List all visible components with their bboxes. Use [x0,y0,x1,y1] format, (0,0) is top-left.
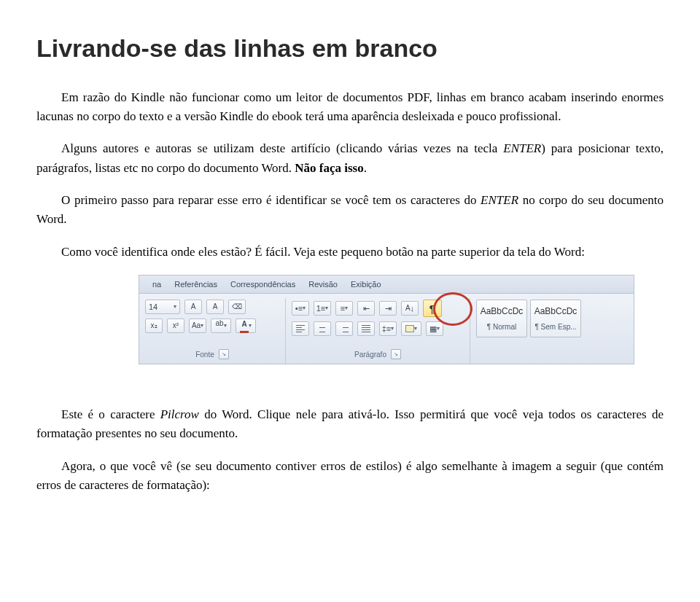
paragraph-dialog-launcher[interactable]: ↘ [391,349,401,359]
font-color-button[interactable]: A ▾ [236,318,256,333]
align-center-button[interactable] [314,321,331,336]
paragraph-2: Alguns autores e autoras se utilizam des… [36,139,664,178]
clear-formatting-button[interactable]: ⌫ [228,300,246,314]
group-label-paragraph: Parágrafo [354,349,386,361]
ribbon-tabs: na Referências Correspondências Revisão … [139,275,634,294]
align-right-button[interactable] [335,321,353,336]
highlight-color-button[interactable]: ab ▾ [211,318,231,333]
paragraph-6: Agora, o que você vê (se seu documento c… [36,457,664,496]
shrink-font-button[interactable]: A [206,300,224,314]
font-size-value: 14 [149,301,158,313]
indent-decrease-button[interactable]: ⇤ [357,301,375,316]
bullets-button[interactable]: •≡▾ [292,301,309,316]
paragraph-5: Este é o caractere Pilcrow do Word. Cliq… [36,405,664,444]
paragraph-4: Como você identifica onde eles estão? É … [36,243,664,262]
keyword-enter: ENTER [481,193,518,207]
warning-bold: Não faça isso [295,161,363,175]
ribbon-tab-view[interactable]: Exibição [351,278,381,291]
keyword-pilcrow: Pilcrow [160,407,199,421]
chevron-down-icon: ▾ [174,302,176,311]
style-name-normal: ¶ Normal [487,321,516,333]
text: Alguns autores e autoras se utilizam des… [61,141,503,155]
align-left-button[interactable] [292,321,309,336]
subscript-button[interactable]: x₂ [145,318,163,333]
show-hide-pilcrow-button[interactable]: ¶ [423,300,442,317]
group-styles: AaBbCcDc ¶ Normal AaBbCcDc ¶ Sem Esp... [470,298,587,364]
paragraph-1: Em razão do Kindle não funcionar como um… [36,88,664,127]
style-normal[interactable]: AaBbCcDc ¶ Normal [476,300,527,337]
group-label-font: Fonte [195,349,214,361]
font-dialog-launcher[interactable]: ↘ [219,349,229,359]
text: . [364,161,367,175]
style-name-nospacing: ¶ Sem Esp... [534,321,576,333]
ribbon-body: 14 ▾ A A ⌫ x₂ x² Aa▾ ab ▾ [139,294,634,364]
style-sample: AaBbCcDc [534,305,578,318]
numbering-button[interactable]: 1≡▾ [314,301,331,316]
keyword-enter: ENTER [503,141,541,155]
sort-button[interactable]: A↓ [401,301,419,316]
text: O primeiro passo para reparar esse erro … [61,193,481,207]
ribbon-tab-mailmerge[interactable]: Correspondências [230,278,295,291]
ribbon-tab-references[interactable]: Referências [174,278,217,291]
grow-font-button[interactable]: A [184,300,202,314]
style-no-spacing[interactable]: AaBbCcDc ¶ Sem Esp... [530,300,581,337]
word-ribbon-screenshot: na Referências Correspondências Revisão … [139,275,634,364]
group-paragraph: •≡▾ 1≡▾ ≡▾ ⇤ ⇥ A↓ ¶ ‡≡▾ [286,298,470,364]
group-font: 14 ▾ A A ⌫ x₂ x² Aa▾ ab ▾ [139,298,286,364]
indent-increase-button[interactable]: ⇥ [379,301,397,316]
change-case-button[interactable]: Aa▾ [189,318,206,333]
borders-button[interactable]: ▦▾ [426,321,443,336]
font-size-combo[interactable]: 14 ▾ [145,300,180,314]
multilevel-button[interactable]: ≡▾ [335,301,353,316]
style-sample: AaBbCcDc [481,305,524,318]
line-spacing-button[interactable]: ‡≡▾ [379,321,397,336]
ribbon-tab-partial[interactable]: na [152,278,161,291]
shading-button[interactable]: ▾ [401,321,421,336]
superscript-button[interactable]: x² [167,318,184,333]
text: Este é o caractere [61,407,160,421]
align-justify-button[interactable] [357,321,375,336]
ribbon-tab-review[interactable]: Revisão [308,278,338,291]
paragraph-3: O primeiro passo para reparar esse erro … [36,191,664,230]
page-title: Livrando-se das linhas em branco [36,29,664,68]
